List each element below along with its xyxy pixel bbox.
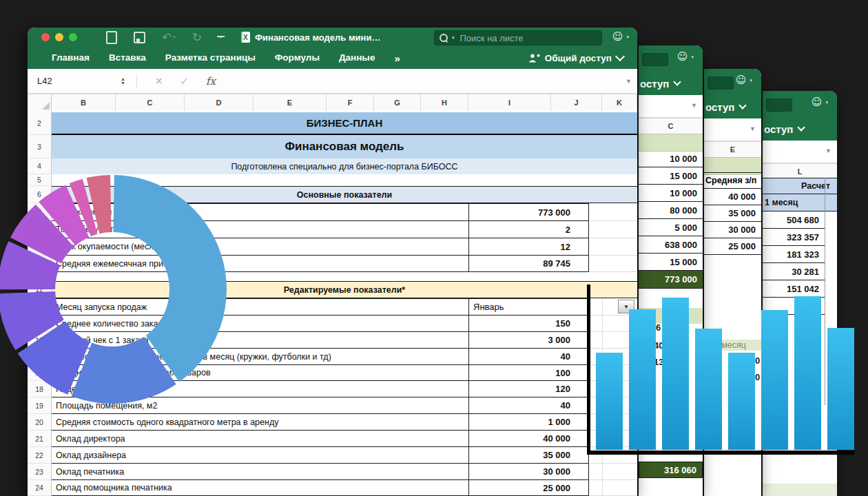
excel-window-4[interactable]: ☺▾ оступ ▼ L Расчет 1 месяц 504 680323 3… — [763, 91, 837, 496]
window2-formula-bar[interactable]: ▼ — [639, 95, 703, 118]
column-header-E[interactable]: E — [704, 142, 761, 158]
w3-cell-4[interactable]: 25 000 — [704, 238, 761, 255]
w4-cell-5[interactable]: 151 042 — [763, 280, 825, 298]
feedback-smiley-icon[interactable]: ☺ — [812, 97, 823, 107]
row-header-20[interactable]: 20 — [28, 414, 51, 431]
merged-cell-row-3[interactable]: Финансовая модель — [52, 135, 637, 158]
column-header-E[interactable]: E — [254, 94, 327, 111]
cell-value-9[interactable]: 12 — [468, 238, 589, 256]
cell-value-13[interactable]: Январь — [468, 298, 589, 316]
cell-label-14[interactable]: Среднее количество заказов в месяц — [52, 316, 468, 332]
w4-cell-3[interactable]: 181 323 — [763, 246, 825, 263]
merged-cell-row-12[interactable]: Редактируемые показатели* — [52, 281, 637, 298]
row-header-23[interactable]: 23 — [28, 464, 51, 480]
search-box-fragment[interactable] — [642, 53, 668, 66]
row-header-5[interactable]: 5 — [28, 174, 51, 186]
search-box-fragment[interactable] — [707, 76, 734, 90]
excel-window-3[interactable]: ☺▾ оступ ▼ E Средняя з/п 40 00035 00030 … — [704, 69, 761, 496]
cell-value-8[interactable]: 2 — [468, 221, 589, 238]
dropdown-caret-icon[interactable]: ▼ — [750, 125, 756, 132]
cell-value-14[interactable]: 150 — [468, 316, 589, 332]
ribbon-tab-3[interactable]: Разметка страницы — [165, 52, 256, 64]
cell-label-24[interactable]: Оклад помощника печатника — [52, 480, 468, 496]
close-button[interactable] — [41, 33, 50, 41]
w3-cell-1[interactable]: 40 000 — [704, 189, 761, 205]
row-header-6[interactable]: 6 — [28, 186, 51, 203]
cell-value-17[interactable]: 100 — [468, 365, 589, 381]
insert-function-icon[interactable]: fx — [206, 75, 216, 87]
column-header-B[interactable]: B — [52, 94, 116, 111]
cancel-formula-icon[interactable]: × — [156, 75, 162, 87]
column-header-C[interactable]: C — [116, 94, 185, 111]
cell-label-17[interactable]: Средняя цена сопутствующих товаров — [52, 365, 468, 381]
ribbon-tab-6[interactable]: » — [394, 52, 400, 64]
column-header-J[interactable]: J — [551, 94, 602, 111]
w3-cell-2[interactable]: 35 000 — [704, 205, 761, 222]
confirm-formula-icon[interactable]: ✓ — [180, 75, 189, 87]
ribbon-tab-4[interactable]: Формулы — [275, 52, 320, 64]
column-header-K[interactable]: K — [602, 94, 637, 111]
w2-cell-1[interactable]: 10 000 — [639, 150, 703, 167]
column-header-I[interactable]: I — [468, 94, 551, 111]
cell-label-21[interactable]: Оклад директора — [52, 431, 468, 447]
cell-value-22[interactable]: 35 000 — [468, 447, 589, 464]
search-box-fragment[interactable] — [766, 99, 792, 112]
row-header-11[interactable]: 11 — [28, 272, 51, 281]
total-investment-cell[interactable]: 773 000 — [639, 271, 703, 289]
w4-cell-4[interactable]: 30 281 — [763, 263, 825, 280]
cell-label-7[interactable]: Необходимый объем инвестиций — [52, 203, 468, 221]
row-header-18[interactable]: 18 — [28, 381, 51, 397]
name-box-stepper[interactable]: ▲▼ — [121, 77, 125, 85]
column-header-F[interactable]: F — [327, 94, 374, 111]
row-header-8[interactable]: 8 — [28, 221, 51, 238]
dropdown-caret-icon[interactable]: ▼ — [691, 102, 697, 109]
w4-cell-6[interactable]: 582 3 — [763, 298, 825, 315]
row-header-14[interactable]: 14 — [28, 316, 51, 332]
merged-cell-row-2[interactable]: БИЗНЕС-ПЛАН — [52, 112, 637, 135]
ribbon-tab-1[interactable]: Главная — [52, 52, 90, 64]
w3-cell-3[interactable]: 30 000 — [704, 222, 761, 238]
cell-value-19[interactable]: 40 — [468, 397, 589, 414]
row-header-17[interactable]: 17 — [28, 365, 51, 381]
row-header-10[interactable]: 10 — [28, 256, 51, 272]
merged-cell-row-4[interactable]: Подготовлена специально для бизнес-порта… — [52, 158, 637, 174]
total-cell[interactable]: 316 060 — [639, 462, 703, 478]
row-header-4[interactable]: 4 — [28, 158, 51, 174]
cell-label-18[interactable]: Наценка (в процентах) — [52, 381, 468, 397]
w2-cell-5[interactable]: 5 000 — [639, 219, 703, 236]
cell-value-21[interactable]: 40 000 — [468, 431, 589, 447]
dropdown-caret-icon[interactable]: ▼ — [825, 147, 831, 154]
cell-value-7[interactable]: 773 000 — [468, 203, 589, 221]
excel-window-2[interactable]: ☺▾ оступ ▼ C 10 00015 00010 00080 0005 0… — [639, 45, 703, 496]
w2-cell-2[interactable]: 15 000 — [639, 167, 703, 185]
zoom-button[interactable] — [69, 33, 77, 41]
ribbon-tab-5[interactable]: Данные — [339, 52, 375, 64]
share-label-fragment[interactable]: оступ — [640, 78, 669, 90]
feedback-smiley-icon[interactable]: ☺ — [736, 75, 747, 85]
w4-cell-2[interactable]: 323 357 — [763, 229, 825, 246]
row-header-19[interactable]: 19 — [28, 397, 51, 414]
row-header-15[interactable]: 15 — [28, 332, 51, 349]
cell-value-24[interactable]: 25 000 — [468, 480, 589, 496]
row-header-3[interactable]: 3 — [28, 135, 51, 158]
window4-formula-bar[interactable]: ▼ — [763, 141, 837, 164]
w2-cell-3[interactable]: 10 000 — [639, 185, 703, 202]
row-header-12[interactable]: 12 — [28, 281, 51, 298]
column-header-C[interactable]: C — [639, 118, 703, 134]
cell-value-20[interactable]: 1 000 — [468, 414, 589, 431]
cell-label-20[interactable]: Средняя стоимость одного квадратного мет… — [52, 414, 468, 431]
w2-cell-4[interactable]: 80 000 — [639, 202, 703, 219]
w4-cell-1[interactable]: 504 680 — [763, 211, 825, 229]
cell-label-19[interactable]: Площадь помещения, м2 — [52, 397, 468, 414]
excel-main-window[interactable]: ↶▾ ↻ ▼ X Финансовая модель мини… ▾ Поиск… — [28, 28, 637, 496]
toolbar-options-icon[interactable]: ▼ — [218, 36, 223, 39]
ribbon-tab-2[interactable]: Вставка — [109, 52, 146, 64]
row-header-7[interactable]: 7 — [28, 203, 51, 221]
cell-label-13[interactable]: Месяц запуска продаж — [52, 298, 468, 316]
cell-label-9[interactable]: Срок окупаемости (месяцев) — [52, 238, 468, 256]
row-header-21[interactable]: 21 — [28, 431, 51, 447]
row-header-2[interactable]: 2 — [28, 112, 51, 135]
cell-value-23[interactable]: 30 000 — [468, 464, 589, 480]
feedback-smiley-icon[interactable]: ☺ — [677, 52, 688, 62]
row-header-22[interactable]: 22 — [28, 447, 51, 464]
